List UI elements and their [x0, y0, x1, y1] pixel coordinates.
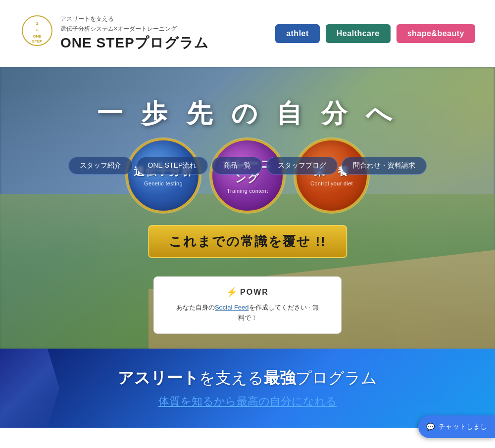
- cta-banner[interactable]: これまでの常識を覆せ !!: [148, 225, 347, 258]
- circle-genetic-sub: Genetic testing: [144, 180, 183, 186]
- nav-onestep-flow[interactable]: ONE STEP流れ: [137, 157, 208, 175]
- bottom-title-strongest: 最強: [264, 369, 296, 387]
- bottom-title-athlete: アスリート: [118, 369, 199, 387]
- hero-section: スタッフ紹介 ONE STEP流れ 商品一覧 スタッフブログ 問合わせ・資料請求…: [0, 67, 495, 349]
- logo-title: ONE STEPプログラム: [60, 34, 209, 52]
- svg-text:ONE: ONE: [33, 34, 42, 39]
- svg-text:STEP: STEP: [32, 39, 43, 44]
- logo-text-area: アスリートを支える 遺伝子分析システム×オーダートレーニング ONE STEPプ…: [60, 14, 209, 52]
- chat-button[interactable]: 💬 チャットしまし: [418, 415, 495, 428]
- header: 1 st ONE STEP アスリートを支える 遺伝子分析システム×オーダートレ…: [0, 0, 495, 67]
- bottom-subtitle[interactable]: 体質を知るから最高の自分になれる: [158, 394, 337, 409]
- powr-icon: ⚡: [226, 287, 237, 298]
- powr-link[interactable]: Social Feed: [215, 304, 249, 311]
- circle-training-sub: Training content: [227, 188, 268, 194]
- powr-logo: ⚡ POWR: [174, 287, 321, 298]
- chat-label: チャットしまし: [439, 422, 487, 428]
- powr-widget: ⚡ POWR あなた自身のSocial Feedを作成してください - 無料で！: [153, 276, 342, 334]
- nav-athlet-button[interactable]: athlet: [275, 24, 320, 43]
- bottom-section: アスリートを支える最強プログラム 体質を知るから最高の自分になれる: [0, 349, 495, 428]
- chat-icon: 💬: [426, 423, 435, 428]
- logo-subtitle-2: 遺伝子分析システム×オーダートレーニング: [60, 24, 209, 34]
- svg-text:st: st: [36, 28, 39, 31]
- header-nav: athlet Healthcare shape&beauty: [275, 24, 475, 43]
- circle-nutrition-sub: Control your diet: [310, 180, 353, 186]
- nav-products[interactable]: 商品一覧: [212, 157, 262, 175]
- nav-contact[interactable]: 問合わせ・資料請求: [342, 157, 427, 175]
- cta-banner-text: これまでの常識を覆せ !!: [169, 234, 326, 249]
- logo-area: 1 st ONE STEP アスリートを支える 遺伝子分析システム×オーダートレ…: [20, 14, 209, 53]
- bottom-title-program: プログラム: [296, 369, 377, 387]
- svg-text:1: 1: [36, 21, 38, 26]
- hero-headline: 一 歩 先 の 自 分 へ: [0, 96, 495, 131]
- logo-icon: 1 st ONE STEP: [20, 14, 54, 53]
- powr-text: あなた自身のSocial Feedを作成してください - 無料で！: [174, 303, 321, 323]
- bottom-title: アスリートを支える最強プログラム: [118, 367, 377, 389]
- bottom-title-support: を支える: [199, 369, 264, 387]
- nav-staff-intro[interactable]: スタッフ紹介: [68, 157, 133, 175]
- main-nav: スタッフ紹介 ONE STEP流れ 商品一覧 スタッフブログ 問合わせ・資料請求: [0, 151, 495, 180]
- nav-healthcare-button[interactable]: Healthcare: [326, 24, 391, 43]
- nav-staff-blog[interactable]: スタッフブログ: [266, 157, 338, 175]
- powr-name: POWR: [240, 288, 269, 297]
- logo-subtitle-1: アスリートを支える: [60, 14, 209, 24]
- nav-shapebeauty-button[interactable]: shape&beauty: [396, 24, 475, 43]
